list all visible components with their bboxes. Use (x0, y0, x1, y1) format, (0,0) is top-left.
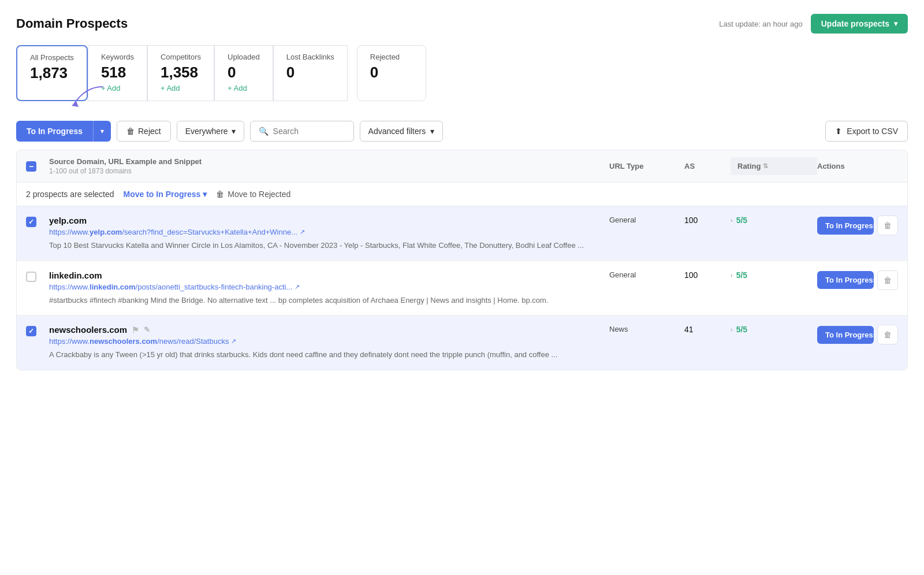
domain-snippet-newschoolers: A Crackbaby is any Tween (>15 yr old) th… (49, 349, 609, 361)
domain-info-linkedin: linkedin.com https://www.linkedin.com/po… (49, 270, 609, 306)
rating-chevron-icon-newschoolers[interactable]: › (731, 326, 733, 333)
move-rejected-label: Move to Rejected (228, 190, 290, 199)
selection-bar: 2 prospects are selected Move to In Prog… (17, 183, 907, 206)
tab-lost-backlinks[interactable]: Lost Backlinks 0 (273, 45, 348, 101)
everywhere-chevron-icon: ▾ (232, 127, 236, 136)
delete-btn-yelp[interactable]: 🗑 (877, 216, 898, 235)
action-main-btn-linkedin[interactable]: To In Progress (817, 271, 874, 289)
th-actions: Actions (817, 162, 898, 170)
url-type-linkedin: General (609, 270, 684, 279)
delete-btn-newschoolers[interactable]: 🗑 (877, 325, 898, 344)
as-val-yelp: 100 (684, 216, 731, 225)
as-val-newschoolers: 41 (684, 325, 731, 334)
action-split-btn-yelp[interactable]: To In Progress ▾ (817, 217, 874, 235)
tab-uploaded-add[interactable]: + Add (228, 84, 260, 92)
tab-rejected[interactable]: Rejected 0 (357, 45, 426, 101)
table-row: newschoolers.com ⚑ ✎ https://www.newscho… (17, 316, 907, 370)
external-link-icon-newschoolers[interactable]: ↗ (231, 337, 236, 345)
to-in-progress-split-button[interactable]: To In Progress ▾ (16, 121, 111, 142)
actions-cell-yelp: To In Progress ▾ 🗑 (817, 216, 898, 235)
move-in-progress-chevron-icon: ▾ (203, 190, 207, 199)
domain-info-newschoolers: newschoolers.com ⚑ ✎ https://www.newscho… (49, 325, 609, 361)
update-btn-chevron-icon: ▾ (894, 20, 897, 28)
domain-name-newschoolers: newschoolers.com ⚑ ✎ (49, 325, 609, 335)
tab-uploaded-label: Uploaded (228, 53, 260, 61)
row-checkbox-yelp[interactable] (26, 217, 36, 227)
table-row: linkedin.com https://www.linkedin.com/po… (17, 261, 907, 316)
select-all-checkbox[interactable] (26, 161, 36, 172)
url-type-yelp: General (609, 216, 684, 224)
row-checkbox-newschoolers[interactable] (26, 326, 36, 336)
move-to-rejected-button[interactable]: 🗑 Move to Rejected (216, 190, 290, 199)
th-source: Source Domain, URL Example and Snippet 1… (49, 157, 609, 175)
table-row: yelp.com https://www.yelp.com/search?fin… (17, 206, 907, 261)
th-source-label: Source Domain, URL Example and Snippet (49, 157, 202, 166)
flag-icon-newschoolers[interactable]: ⚑ (132, 325, 139, 335)
export-csv-button[interactable]: ⬆ Export to CSV (825, 121, 908, 142)
delete-btn-linkedin[interactable]: 🗑 (877, 270, 898, 290)
reject-button[interactable]: 🗑 Reject (117, 121, 171, 142)
tab-keywords[interactable]: Keywords 518 + Add (88, 45, 147, 101)
tab-keywords-add[interactable]: + Add (101, 84, 134, 92)
domain-label-linkedin: linkedin.com (49, 270, 102, 280)
row-checkbox-wrap-yelp (26, 216, 49, 227)
edit-icon-newschoolers[interactable]: ✎ (144, 325, 150, 334)
domain-url-link-newschoolers[interactable]: https://www.newschoolers.com/news/read/S… (49, 337, 229, 346)
tab-lost-value: 0 (286, 64, 334, 81)
th-url-type: URL Type (609, 162, 684, 170)
tab-competitors[interactable]: Competitors 1,358 + Add (147, 45, 214, 101)
rating-val-newschoolers: 5/5 (736, 325, 747, 334)
update-btn-label: Update prospects (821, 19, 889, 28)
page-title: Domain Prospects (16, 16, 128, 31)
action-split-btn-newschoolers[interactable]: To In Progress ▾ (817, 326, 874, 344)
rating-cell-newschoolers: › 5/5 (731, 325, 817, 334)
adv-filter-label: Advanced filters (368, 127, 426, 136)
to-in-progress-chevron-button[interactable]: ▾ (93, 121, 111, 142)
domain-label-newschoolers: newschoolers.com (49, 325, 127, 335)
domain-snippet-yelp: Top 10 Best Starvucks Katella and Winner… (49, 240, 609, 251)
move-to-in-progress-button[interactable]: Move to In Progress ▾ (124, 190, 207, 199)
external-link-icon-yelp[interactable]: ↗ (300, 228, 305, 236)
as-val-linkedin: 100 (684, 270, 731, 280)
tab-uploaded[interactable]: Uploaded 0 + Add (214, 45, 273, 101)
th-rating-label: Rating (737, 162, 761, 170)
rating-sort-icon[interactable]: ⇅ (763, 162, 768, 170)
th-as: AS (684, 162, 731, 170)
tab-competitors-add[interactable]: + Add (161, 84, 201, 92)
reject-label: Reject (138, 127, 161, 136)
tab-rejected-label: Rejected (370, 53, 413, 61)
rating-chevron-icon-linkedin[interactable]: › (731, 272, 733, 279)
tab-keywords-value: 518 (101, 64, 134, 81)
tab-all-value: 1,873 (30, 64, 74, 82)
search-box[interactable]: 🔍 (250, 121, 354, 142)
domain-url-link-yelp[interactable]: https://www.yelp.com/search?find_desc=St… (49, 228, 297, 236)
action-split-btn-linkedin[interactable]: To In Progress ▾ (817, 271, 874, 289)
table-header-row: Source Domain, URL Example and Snippet 1… (17, 150, 907, 183)
domain-label-yelp: yelp.com (49, 216, 87, 225)
everywhere-dropdown[interactable]: Everywhere ▾ (177, 121, 244, 142)
advanced-filters-button[interactable]: Advanced filters ▾ (360, 121, 444, 142)
domain-url-link-linkedin[interactable]: https://www.linkedin.com/posts/aonetti_s… (49, 283, 292, 291)
update-prospects-button[interactable]: Update prospects ▾ (811, 14, 908, 34)
th-checkbox (26, 161, 49, 172)
svg-marker-0 (72, 101, 79, 107)
rating-val-yelp: 5/5 (736, 216, 747, 225)
domain-snippet-linkedin: #startbucks #fintech #banking Mind the B… (49, 295, 609, 306)
tab-keywords-label: Keywords (101, 53, 134, 61)
tab-all-prospects[interactable]: All Prospects 1,873 (16, 45, 88, 101)
search-input[interactable] (273, 127, 342, 136)
export-label: Export to CSV (847, 127, 898, 136)
rating-chevron-icon-yelp[interactable]: › (731, 217, 733, 224)
selection-count-text: 2 prospects are selected (26, 190, 114, 199)
adv-filter-chevron-icon: ▾ (430, 127, 434, 136)
search-icon: 🔍 (259, 127, 269, 136)
to-in-progress-button[interactable]: To In Progress (16, 121, 93, 142)
th-range: 1-100 out of 1873 domains (49, 167, 202, 175)
action-main-btn-yelp[interactable]: To In Progress (817, 217, 874, 235)
action-main-btn-newschoolers[interactable]: To In Progress (817, 326, 874, 344)
domain-name-yelp: yelp.com (49, 216, 609, 225)
domain-url-newschoolers: https://www.newschoolers.com/news/read/S… (49, 337, 609, 346)
row-checkbox-linkedin[interactable] (26, 272, 36, 282)
external-link-icon-linkedin[interactable]: ↗ (295, 283, 300, 291)
domain-url-yelp: https://www.yelp.com/search?find_desc=St… (49, 228, 609, 236)
